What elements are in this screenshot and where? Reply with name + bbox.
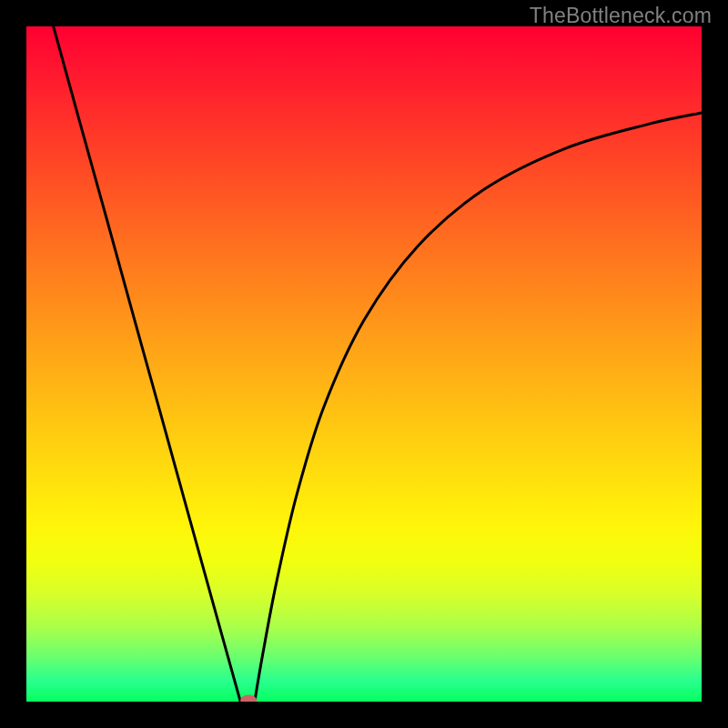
watermark-text: TheBottleneck.com xyxy=(530,4,712,28)
curve-left-branch xyxy=(54,26,241,702)
chart-frame xyxy=(26,26,702,702)
curve-right-branch xyxy=(255,113,702,702)
chart-curve-layer xyxy=(26,26,702,702)
